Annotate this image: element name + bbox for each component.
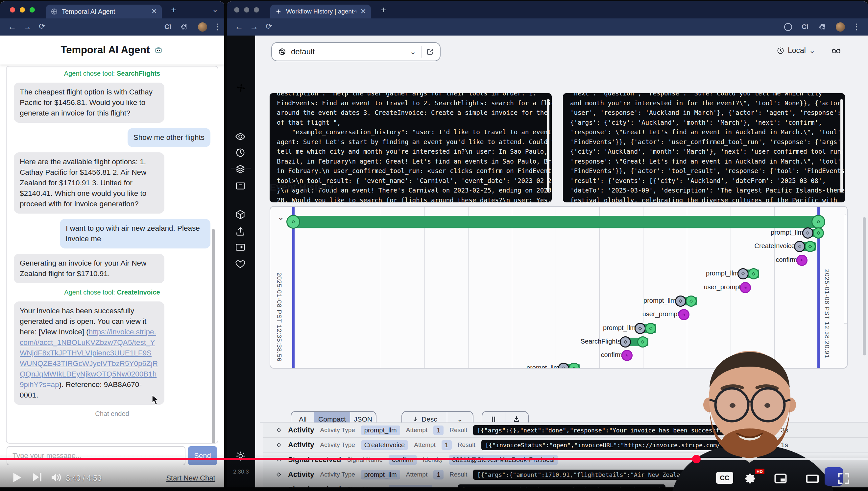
extensions-puzzle-icon[interactable]: [819, 23, 826, 30]
open-external-icon[interactable]: [426, 48, 434, 56]
reload-button[interactable]: ⟳: [39, 22, 45, 30]
workflow-execution-bar[interactable]: [293, 216, 818, 228]
app-title: Temporal AI Agent: [61, 44, 150, 56]
extensions-puzzle-icon[interactable]: [180, 23, 187, 30]
progress-bar-remaining[interactable]: [696, 458, 868, 460]
collapse-chevron-icon[interactable]: ⌄: [278, 212, 284, 222]
timeline-scrollbar[interactable]: [844, 214, 847, 324]
event-node-gray[interactable]: [794, 241, 805, 252]
timezone-select[interactable]: Local ⌄: [777, 46, 815, 55]
import-upload-icon[interactable]: [235, 226, 246, 237]
close-tab-icon[interactable]: ✕: [151, 8, 157, 15]
grid-line: [425, 207, 425, 369]
event-node-magenta[interactable]: [740, 282, 751, 293]
event-node-green[interactable]: [805, 241, 816, 252]
panel-scrollbar[interactable]: [840, 99, 843, 193]
zoom-window-button[interactable]: [30, 7, 35, 12]
browser-menu-icon[interactable]: ⋮: [213, 22, 222, 31]
labs-glasses-icon[interactable]: [831, 46, 841, 55]
new-tab-button[interactable]: +: [171, 5, 176, 15]
feedback-heart-icon[interactable]: [235, 258, 246, 269]
event-node-green[interactable]: [637, 336, 648, 348]
minimize-window-button[interactable]: [20, 7, 25, 12]
panel-scrollbar[interactable]: [547, 99, 549, 193]
event-node-gray[interactable]: [738, 268, 749, 280]
progress-scrubber[interactable]: [692, 455, 701, 463]
labs-screen-icon[interactable]: [235, 242, 246, 253]
close-window-button[interactable]: [10, 7, 15, 12]
event-node-green[interactable]: [645, 323, 656, 334]
codec-cube-icon[interactable]: [235, 209, 246, 220]
minimize-window-button[interactable]: [244, 7, 249, 12]
namespace-select[interactable]: default ⌄: [271, 42, 441, 61]
workflow-boundary-line: [292, 207, 294, 369]
event-type-name: Activity: [288, 426, 314, 434]
event-node-gray[interactable]: [634, 323, 646, 334]
agent-message: The cheapest flight option is with Catha…: [14, 83, 164, 123]
fullscreen-button[interactable]: [836, 471, 851, 486]
next-button[interactable]: [30, 470, 43, 484]
chevron-down-icon: ⌄: [410, 47, 416, 56]
event-node-magenta[interactable]: [678, 309, 689, 320]
play-button[interactable]: [10, 470, 24, 484]
chevron-down-icon: ⌄: [809, 47, 815, 55]
event-node-magenta[interactable]: [621, 350, 632, 361]
event-label: prompt_llm: [644, 297, 676, 305]
forward-button[interactable]: →: [250, 22, 258, 31]
browser-menu-icon[interactable]: ⋮: [852, 22, 861, 31]
captions-button[interactable]: CC: [716, 472, 733, 484]
extension-c-icon[interactable]: Cì: [802, 23, 808, 30]
event-node-gray[interactable]: [558, 363, 569, 369]
grid-line: [556, 207, 556, 369]
right-tabstrip: Workflow History | agent-wor ✕ +: [227, 1, 868, 19]
event-node-green[interactable]: [685, 295, 697, 307]
volume-icon[interactable]: [49, 470, 63, 484]
event-node-gray[interactable]: [620, 336, 631, 348]
event-type-name: Activity: [288, 441, 314, 449]
result-json-text: 'next': 'question', 'response': "Sure! C…: [570, 93, 835, 202]
profile-avatar[interactable]: [836, 22, 845, 32]
profile-avatar[interactable]: [198, 22, 207, 32]
task-queues-layers-icon[interactable]: [235, 163, 246, 174]
page-scrollbar[interactable]: [863, 217, 866, 355]
event-label: user_prompt: [704, 283, 741, 291]
workflows-eye-icon[interactable]: [235, 131, 246, 142]
event-node-green[interactable]: [748, 268, 759, 280]
event-node-gray[interactable]: [802, 227, 813, 239]
chat-scrollbar[interactable]: [212, 229, 215, 443]
tool-notice: Agent chose tool: CreateInvoice: [14, 289, 210, 296]
activity-icon: [276, 427, 282, 433]
forward-button[interactable]: →: [23, 22, 32, 31]
result-json-panel[interactable]: 'next': 'question', 'response': "Sure! C…: [563, 93, 845, 202]
event-history-title: Event History: [270, 182, 333, 193]
event-node-green[interactable]: [813, 227, 824, 239]
close-tab-icon[interactable]: ✕: [360, 8, 366, 15]
progress-bar-played[interactable]: [0, 458, 696, 460]
extension-circle-icon[interactable]: [784, 23, 792, 31]
event-node-gray[interactable]: [675, 295, 686, 307]
event-node-magenta[interactable]: [796, 255, 807, 266]
timeline-panel[interactable]: ⌄ 2025-01-08 PST 12:35:38.56 2025-01-08 …: [270, 206, 848, 369]
new-tab-button[interactable]: +: [381, 5, 386, 15]
close-window-button[interactable]: [234, 7, 239, 12]
event-label: prompt_llm: [771, 229, 803, 236]
field-label: Attempt: [406, 427, 427, 434]
invoice-link[interactable]: https://invoice.stripe.com/i/acct_1NBOLu…: [20, 328, 158, 389]
back-button[interactable]: ←: [8, 22, 17, 31]
theater-mode-button[interactable]: [805, 471, 820, 486]
reload-button[interactable]: ⟳: [266, 22, 272, 30]
workflow-endpoint-node[interactable]: [286, 215, 300, 229]
browser-tab[interactable]: Temporal AI Agent ✕: [46, 5, 162, 19]
event-label: SearchFlights: [581, 338, 621, 345]
browser-tab[interactable]: Workflow History | agent-wor ✕: [270, 5, 371, 19]
user-message: Show me other flights: [128, 128, 210, 147]
workflow-endpoint-node[interactable]: [811, 215, 825, 229]
miniplayer-button[interactable]: [773, 471, 788, 486]
extension-c-icon[interactable]: Cì: [164, 23, 171, 30]
zoom-window-button[interactable]: [254, 7, 259, 12]
back-button[interactable]: ←: [235, 22, 243, 31]
schedules-clock-icon[interactable]: [235, 147, 246, 158]
tab-search-chevron-icon[interactable]: ⌄: [212, 6, 218, 13]
event-node-green[interactable]: [568, 363, 580, 369]
archive-box-icon[interactable]: [235, 180, 246, 191]
